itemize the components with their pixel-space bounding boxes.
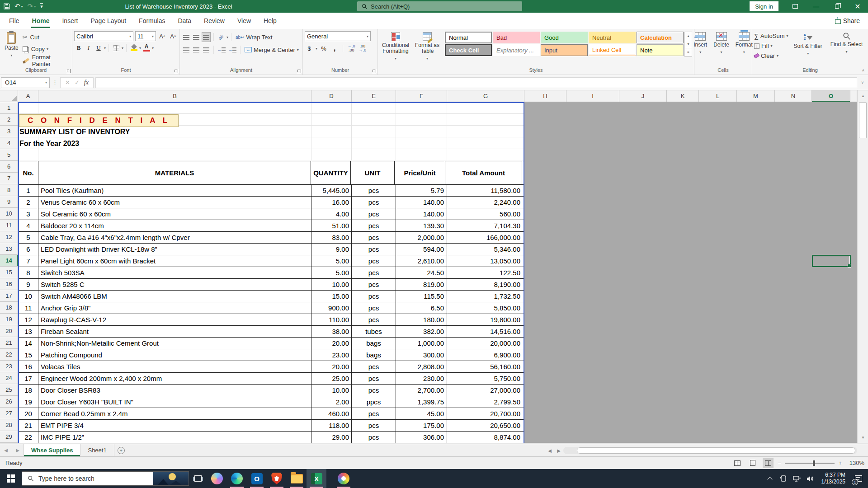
cell[interactable]: 5.00 xyxy=(311,255,352,267)
cell[interactable]: 51.00 xyxy=(311,220,352,232)
copy-button[interactable]: Copy▾ xyxy=(21,43,70,54)
cell[interactable]: 460.00 xyxy=(311,408,352,420)
selected-cell-O14[interactable] xyxy=(812,255,851,267)
format-as-table-button[interactable]: Format as Table▾ xyxy=(411,31,443,63)
tab-data[interactable]: Data xyxy=(171,13,198,29)
horizontal-scroll-thumb[interactable] xyxy=(577,447,855,454)
style-neutral[interactable]: Neutral xyxy=(589,32,636,43)
column-header-d[interactable]: D xyxy=(311,90,352,102)
cell[interactable]: 8,874.00 xyxy=(447,432,524,443)
fill-button[interactable]: ↓Fill▾ xyxy=(754,41,788,51)
accounting-format-button[interactable]: $ xyxy=(305,43,314,53)
taskbar-search-input[interactable]: Type here to search xyxy=(22,471,189,486)
sheet-tab-whse-supplies[interactable]: Whse Supplies xyxy=(24,444,80,456)
row-header-28[interactable]: 28 xyxy=(0,419,18,431)
column-header-h[interactable]: H xyxy=(524,90,566,102)
cell[interactable]: 83.00 xyxy=(311,232,352,244)
font-family-select[interactable]: Calibri▾ xyxy=(74,31,133,41)
cell[interactable]: Engineer Wood 200mm x 2,400 x 20mm xyxy=(38,373,311,385)
empty-cell[interactable] xyxy=(311,149,352,161)
horizontal-scrollbar[interactable]: ◀ ▶ xyxy=(545,444,857,457)
cell[interactable]: pcs xyxy=(352,432,396,443)
cell[interactable]: 4 xyxy=(18,220,38,232)
cell[interactable]: 20,700.00 xyxy=(447,408,524,420)
row-header-14[interactable]: 14 xyxy=(0,255,18,267)
column-header-b[interactable]: B xyxy=(38,90,311,102)
row-header-15[interactable]: 15 xyxy=(0,267,18,278)
sheet-outside-print-area[interactable] xyxy=(524,102,857,443)
cell[interactable]: 180.00 xyxy=(396,314,447,326)
row-header-4[interactable]: 4 xyxy=(0,137,18,149)
cell[interactable]: 5,750.00 xyxy=(447,373,524,385)
cell[interactable]: pcs xyxy=(352,244,396,255)
cell[interactable]: Cable Tray, Ga #16 4"x6"x2.4mm length w/… xyxy=(38,232,311,244)
align-left-button[interactable] xyxy=(182,45,191,55)
cell[interactable]: 4.00 xyxy=(311,208,352,220)
cancel-icon[interactable]: ✕ xyxy=(65,79,70,86)
empty-cell[interactable] xyxy=(352,126,396,137)
row-header-25[interactable]: 25 xyxy=(0,384,18,396)
font-size-select[interactable]: 11▾ xyxy=(135,31,156,41)
wrap-text-button[interactable]: ab↩Wrap Text xyxy=(234,32,274,42)
zoom-out-button[interactable]: − xyxy=(778,460,782,466)
sheet-tab-sheet1[interactable]: Sheet1 xyxy=(80,444,114,456)
decrease-decimal-button[interactable]: .00→.0 xyxy=(358,43,368,53)
empty-cell[interactable] xyxy=(396,149,447,161)
year-subtitle-cell[interactable]: For the Year 2023 xyxy=(19,138,79,150)
empty-cell[interactable] xyxy=(447,137,524,149)
cell[interactable]: 1,399.75 xyxy=(396,396,447,408)
zoom-in-button[interactable]: + xyxy=(838,460,842,466)
vertical-scroll-thumb[interactable] xyxy=(859,102,867,138)
row-header-3[interactable]: 3 xyxy=(0,126,18,137)
cell[interactable]: 140.00 xyxy=(396,197,447,208)
cell[interactable]: 300.00 xyxy=(396,349,447,361)
empty-cell[interactable] xyxy=(38,137,311,149)
cell[interactable]: 7 xyxy=(18,255,38,267)
cell[interactable]: EMT PIPE 3/4 xyxy=(38,420,311,432)
tab-review[interactable]: Review xyxy=(198,13,231,29)
cell[interactable]: 594.00 xyxy=(396,244,447,255)
row-header-22[interactable]: 22 xyxy=(0,349,18,361)
cell[interactable]: Baldocer 20 x 114cm xyxy=(38,220,311,232)
cell[interactable]: Siwitch 503SA xyxy=(38,267,311,279)
column-header-o[interactable]: O xyxy=(812,90,850,102)
row-header-17[interactable]: 17 xyxy=(0,290,18,302)
cell[interactable]: 900.00 xyxy=(311,302,352,314)
cell[interactable]: 10.00 xyxy=(311,385,352,396)
cell[interactable]: 5,346.00 xyxy=(447,244,524,255)
cell[interactable]: 2,799.50 xyxy=(447,396,524,408)
column-header-partial[interactable] xyxy=(850,90,857,102)
cell[interactable]: bags xyxy=(352,349,396,361)
column-header-e[interactable]: E xyxy=(352,90,396,102)
increase-indent-button[interactable]: → xyxy=(227,45,237,55)
borders-button[interactable] xyxy=(112,43,121,53)
cell[interactable]: 5,445.00 xyxy=(311,185,352,197)
number-format-select[interactable]: General▾ xyxy=(305,31,371,41)
cell[interactable]: 20,000.00 xyxy=(447,338,524,349)
cell[interactable]: pcs xyxy=(352,232,396,244)
cell[interactable]: pcs xyxy=(352,267,396,279)
cell[interactable]: 110.00 xyxy=(311,314,352,326)
cell[interactable]: 2,000.00 xyxy=(396,232,447,244)
row-header-27[interactable]: 27 xyxy=(0,408,18,419)
restore-button[interactable] xyxy=(826,0,847,13)
row-header-21[interactable]: 21 xyxy=(0,337,18,349)
cell[interactable]: 20,650.00 xyxy=(447,420,524,432)
volume-icon[interactable] xyxy=(805,469,816,488)
zoom-level[interactable]: 130% xyxy=(846,460,864,466)
font-dialog-launcher-icon[interactable] xyxy=(174,69,178,73)
empty-cell[interactable] xyxy=(311,126,352,137)
tab-page-layout[interactable]: Page Layout xyxy=(84,13,132,29)
header-materials[interactable]: MATERIALS xyxy=(38,161,311,184)
header-unit[interactable]: UNIT xyxy=(350,161,395,184)
row-header-19[interactable]: 19 xyxy=(0,314,18,325)
page-break-preview-button[interactable] xyxy=(763,458,774,468)
sheet-nav-left-icon[interactable]: ◀ xyxy=(0,444,12,456)
cell[interactable]: 2.00 xyxy=(311,396,352,408)
delete-cells-button[interactable]: ✕ Delete▾ xyxy=(711,31,732,56)
cell[interactable]: LED Downlight with Driver KCL-18w 8" xyxy=(38,244,311,255)
empty-cell[interactable] xyxy=(352,137,396,149)
start-button[interactable] xyxy=(0,469,22,488)
taskbar-excel-button[interactable]: X xyxy=(307,469,326,488)
cell[interactable]: 20 xyxy=(18,408,38,420)
